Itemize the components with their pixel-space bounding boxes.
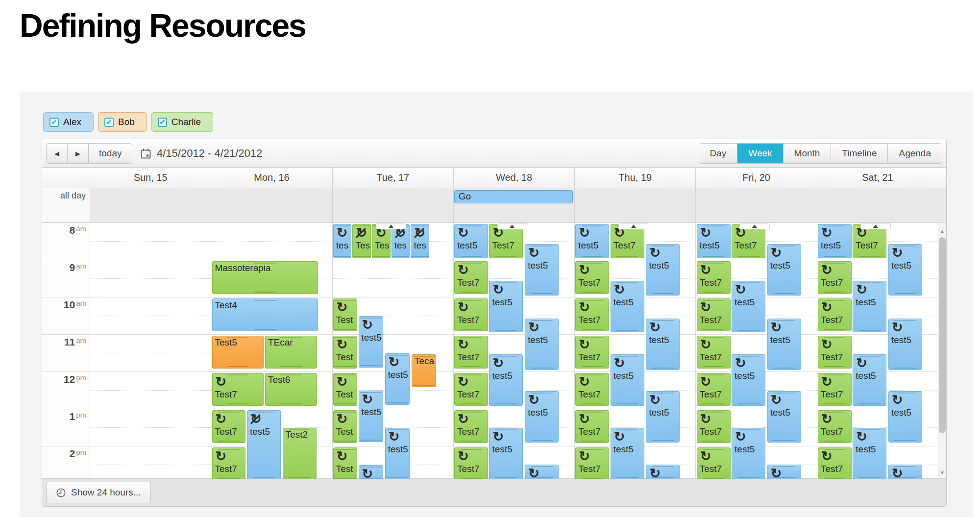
event[interactable]: ↻Test7 bbox=[575, 410, 609, 443]
scrollbar-thumb[interactable] bbox=[939, 237, 946, 433]
event[interactable]: ↻test5 bbox=[888, 391, 922, 443]
event[interactable]: ↻Test7 bbox=[575, 447, 609, 479]
view-tab-week[interactable]: Week bbox=[737, 144, 783, 163]
event[interactable]: ↻test5 bbox=[525, 465, 559, 479]
event[interactable]: ↻Test7 bbox=[697, 336, 731, 369]
event[interactable]: ↻tes bbox=[333, 224, 351, 258]
checkbox-icon[interactable]: ✔ bbox=[104, 118, 114, 127]
event[interactable]: ↻test5 bbox=[853, 428, 886, 479]
time-slot[interactable] bbox=[90, 446, 211, 479]
resource-filter-alex[interactable]: ✔Alex bbox=[43, 112, 94, 132]
event[interactable]: Test4 bbox=[212, 298, 318, 331]
event[interactable]: ↻test5 bbox=[611, 354, 644, 406]
event[interactable]: ↻Test7 bbox=[818, 447, 852, 479]
event[interactable]: ↻test5 bbox=[767, 319, 801, 370]
event[interactable]: ↻Test7 bbox=[454, 373, 488, 406]
event[interactable]: ↻Tes bbox=[352, 224, 370, 258]
event[interactable]: Teca bbox=[412, 354, 436, 387]
event[interactable]: ↻Test7 bbox=[818, 261, 852, 294]
all-day-cell[interactable] bbox=[817, 188, 938, 222]
event[interactable]: Massoterapia bbox=[212, 261, 318, 294]
event[interactable]: TEcar bbox=[265, 336, 317, 369]
view-tab-timeline[interactable]: Timeline bbox=[831, 144, 888, 163]
event[interactable]: ↻Test7 bbox=[212, 410, 246, 443]
more-events-up-button[interactable] bbox=[618, 223, 649, 229]
event[interactable]: ↻test5 bbox=[767, 391, 801, 443]
event[interactable]: ↻test5 bbox=[489, 281, 523, 332]
event[interactable]: ↻Test7 bbox=[818, 298, 852, 331]
event[interactable]: ↻test5 bbox=[247, 410, 281, 479]
next-button[interactable]: ▶ bbox=[68, 144, 89, 163]
event[interactable]: ↻test5 bbox=[359, 465, 383, 479]
event[interactable]: ↻test5 bbox=[385, 428, 410, 479]
event[interactable]: ↻Test7 bbox=[454, 336, 488, 369]
resource-filter-charlie[interactable]: ✔Charlie bbox=[151, 112, 213, 132]
time-slot[interactable] bbox=[90, 409, 211, 446]
more-events-up-button[interactable] bbox=[860, 223, 891, 229]
event[interactable]: Test6 bbox=[265, 373, 317, 406]
prev-button[interactable]: ◀ bbox=[47, 144, 68, 163]
event[interactable]: ↻test5 bbox=[818, 224, 852, 258]
time-slot[interactable] bbox=[90, 371, 211, 409]
event[interactable]: ↻Test7 bbox=[818, 336, 852, 369]
event[interactable]: ↻Test7 bbox=[454, 410, 488, 443]
event[interactable]: ↻test5 bbox=[525, 391, 559, 443]
view-tab-agenda[interactable]: Agenda bbox=[888, 144, 942, 163]
event[interactable]: ↻Test7 bbox=[697, 410, 731, 443]
time-slot[interactable] bbox=[90, 222, 211, 260]
event[interactable]: Test2 bbox=[283, 428, 317, 479]
time-slot[interactable] bbox=[90, 334, 211, 371]
event[interactable]: ↻Test bbox=[333, 410, 357, 443]
all-day-cell[interactable]: Go bbox=[454, 188, 575, 222]
event[interactable]: ↻Test7 bbox=[575, 373, 609, 406]
checkbox-icon[interactable]: ✔ bbox=[158, 118, 167, 127]
event[interactable]: ↻test5 bbox=[454, 224, 488, 258]
event[interactable]: ↻test5 bbox=[767, 244, 801, 296]
scroll-up-arrow[interactable]: ▲ bbox=[938, 228, 946, 234]
event[interactable]: ↻test5 bbox=[359, 391, 383, 442]
event[interactable]: ↻Test bbox=[333, 298, 357, 331]
event[interactable]: ↻test5 bbox=[646, 391, 680, 443]
all-day-cell[interactable] bbox=[333, 188, 454, 222]
more-events-up-button[interactable] bbox=[739, 223, 770, 229]
event[interactable]: ↻test5 bbox=[732, 354, 765, 406]
date-range[interactable]: 4/15/2012 - 4/21/2012 bbox=[140, 139, 262, 168]
event[interactable]: ↻Test7 bbox=[454, 298, 488, 331]
time-slot[interactable] bbox=[211, 222, 332, 260]
event[interactable]: ↻test5 bbox=[575, 224, 609, 258]
event[interactable]: ↻Test7 bbox=[697, 261, 731, 294]
today-button[interactable]: today bbox=[89, 144, 132, 163]
vertical-scrollbar[interactable]: ▲▼ bbox=[938, 222, 946, 479]
time-slot[interactable] bbox=[90, 297, 211, 334]
event[interactable]: ↻Test7 bbox=[454, 447, 488, 479]
event[interactable]: ↻Test bbox=[333, 336, 357, 369]
event[interactable]: ↻test5 bbox=[611, 428, 644, 479]
event[interactable]: ↻test5 bbox=[767, 465, 801, 479]
event[interactable]: ↻test5 bbox=[697, 224, 731, 258]
event[interactable]: ↻Test7 bbox=[697, 373, 731, 406]
more-events-up-button[interactable] bbox=[376, 223, 406, 229]
all-day-cell[interactable] bbox=[575, 188, 696, 222]
event[interactable]: ↻test5 bbox=[732, 281, 765, 332]
event[interactable]: ↻test5 bbox=[853, 354, 886, 406]
event[interactable]: ↻test5 bbox=[646, 244, 680, 296]
event[interactable]: ↻Test7 bbox=[212, 373, 264, 406]
more-events-up-button[interactable] bbox=[497, 223, 528, 229]
event[interactable]: ↻test5 bbox=[385, 353, 410, 405]
event[interactable]: ↻tes bbox=[411, 224, 429, 258]
event[interactable]: ↻test5 bbox=[489, 428, 523, 479]
checkbox-icon[interactable]: ✔ bbox=[49, 118, 59, 127]
event[interactable]: ↻Test7 bbox=[818, 373, 852, 406]
time-slot[interactable] bbox=[90, 260, 211, 297]
event[interactable]: ↻Test7 bbox=[575, 261, 609, 294]
event[interactable]: ↻Test7 bbox=[697, 298, 731, 331]
event[interactable]: ↻test5 bbox=[888, 319, 922, 370]
event[interactable]: ↻Test bbox=[333, 447, 357, 479]
scroll-down-arrow[interactable]: ▼ bbox=[938, 470, 946, 475]
event[interactable]: ↻test5 bbox=[888, 465, 922, 479]
view-tab-month[interactable]: Month bbox=[784, 144, 832, 163]
all-day-cell[interactable] bbox=[696, 188, 817, 222]
event[interactable]: ↻test5 bbox=[646, 465, 680, 479]
all-day-cell[interactable] bbox=[90, 188, 211, 222]
all-day-cell[interactable] bbox=[211, 188, 332, 222]
